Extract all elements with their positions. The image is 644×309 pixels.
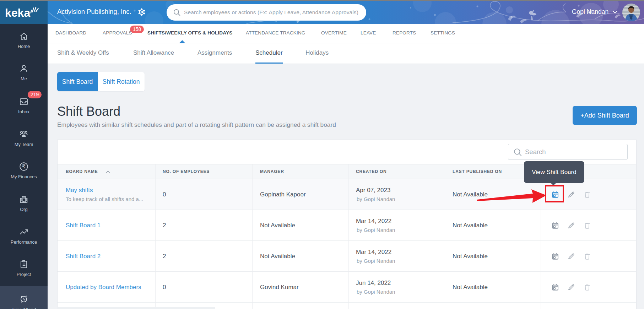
svg-text:₹: ₹ xyxy=(22,163,26,169)
